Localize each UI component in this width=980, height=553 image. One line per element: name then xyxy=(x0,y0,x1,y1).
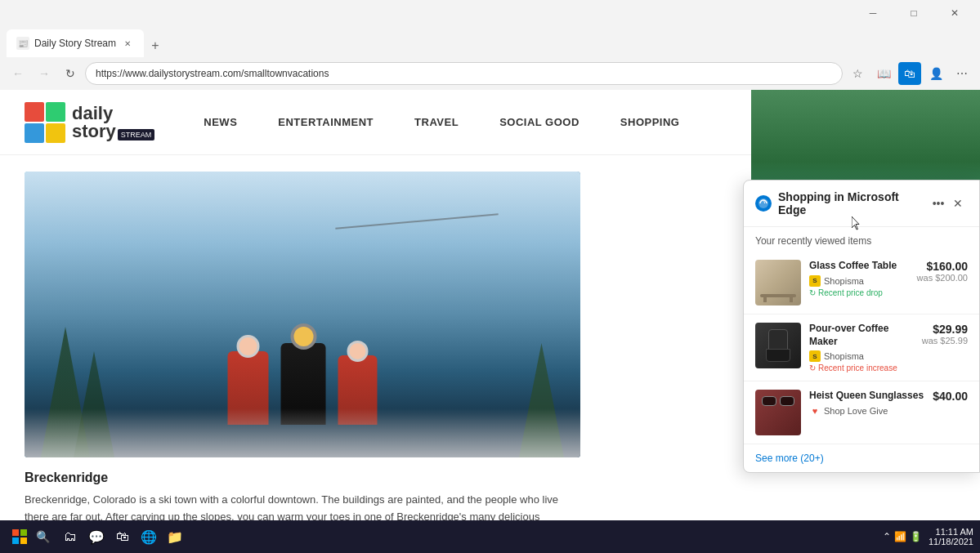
taskbar-store-icon[interactable]: 🛍 xyxy=(111,525,134,548)
browser-tab[interactable]: 📰 Daily Story Stream ✕ xyxy=(7,29,144,57)
svg-rect-1 xyxy=(12,529,19,536)
product-info-1: Glass Coffee Table S Shopisma ↻ Recent p… xyxy=(809,260,909,297)
price-current-3: $40.00 xyxy=(933,390,968,403)
wifi-icon[interactable]: 📶 xyxy=(894,531,906,542)
svg-rect-3 xyxy=(12,537,19,544)
product-store-1: S Shopisma xyxy=(809,275,909,287)
taskbar-date-display: 11/18/2021 xyxy=(929,537,973,546)
minimize-button[interactable]: ─ xyxy=(854,0,892,26)
logo-stream: STREAM xyxy=(118,129,155,140)
forward-button[interactable]: → xyxy=(33,62,56,85)
start-button[interactable] xyxy=(7,524,33,550)
address-input[interactable]: https://www.dailystorystream.com/smallto… xyxy=(85,62,843,85)
read-mode-icon[interactable]: 📖 xyxy=(872,62,895,85)
shopping-panel: Shopping in Microsoft Edge ••• ✕ Your re… xyxy=(743,180,980,473)
store-name-1: Shopisma xyxy=(824,276,864,286)
profile-icon[interactable]: 👤 xyxy=(924,62,947,85)
battery-icon[interactable]: 🔋 xyxy=(910,531,922,542)
maximize-button[interactable]: □ xyxy=(895,0,933,26)
logo-cell-blue xyxy=(25,123,44,143)
edge-icon xyxy=(755,195,772,212)
panel-subtitle: Your recently viewed items xyxy=(744,227,979,252)
product-price-3: $40.00 xyxy=(933,390,968,403)
product-name-3: Heist Queen Sunglasses xyxy=(809,390,924,403)
price-increase-text-2: Recent price increase xyxy=(818,363,897,372)
logo-story: story xyxy=(72,123,116,140)
taskbar-icons-group: 🗂 💬 🛍 🌐 📁 xyxy=(59,525,186,548)
tab-close-button[interactable]: ✕ xyxy=(121,37,134,50)
taskbar-edge-icon[interactable]: 🌐 xyxy=(137,525,160,548)
panel-close-button[interactable]: ✕ xyxy=(948,194,968,213)
product-store-2: S Shopisma xyxy=(809,350,914,362)
price-increase-2: ↻ Recent price increase xyxy=(809,363,914,372)
taskbar-files-icon[interactable]: 🗂 xyxy=(59,525,82,548)
product-thumb-1 xyxy=(755,260,801,305)
taskbar-time-display: 11:11 AM xyxy=(929,527,973,537)
product-price-1: $160.00 was $200.00 xyxy=(917,260,968,283)
tab-favicon: 📰 xyxy=(16,37,29,50)
favorites-icon[interactable]: ☆ xyxy=(846,62,869,85)
taskbar-search-button[interactable]: 🔍 xyxy=(33,527,52,546)
new-tab-button[interactable]: + xyxy=(144,34,167,57)
back-button[interactable]: ← xyxy=(7,62,29,85)
product-name-1: Glass Coffee Table xyxy=(809,260,909,273)
store-icon-3: ♥ xyxy=(809,405,821,417)
product-thumb-2 xyxy=(755,323,801,368)
taskbar-mail-icon[interactable]: 💬 xyxy=(85,525,108,548)
product-name-2: Pour-over Coffee Maker xyxy=(809,323,914,348)
caret-up-icon[interactable]: ⌃ xyxy=(883,531,891,542)
product-thumb-3 xyxy=(755,390,801,435)
svg-rect-2 xyxy=(20,529,27,536)
store-name-2: Shopisma xyxy=(824,351,864,361)
webpage: daily story STREAM NEWS ENTERTAINMENT TR… xyxy=(0,90,980,520)
price-drop-1: ↻ Recent price drop xyxy=(809,288,909,297)
article-image xyxy=(25,172,580,457)
price-drop-icon-1: ↻ xyxy=(809,288,816,297)
nav-entertainment[interactable]: ENTERTAINMENT xyxy=(278,116,374,128)
nav-travel[interactable]: TRAVEL xyxy=(414,116,459,128)
nav-social-good[interactable]: SOCIAL GOOD xyxy=(499,116,579,128)
store-icon-1: S xyxy=(809,275,821,287)
address-bar-actions: ☆ 📖 🛍 👤 ⋯ xyxy=(846,62,973,85)
product-item-2[interactable]: Pour-over Coffee Maker S Shopisma ↻ Rece… xyxy=(744,314,979,381)
logo-daily: daily xyxy=(72,105,154,123)
product-price-2: $29.99 was $25.99 xyxy=(922,323,968,346)
taskbar-right: ⌃ 📶 🔋 11:11 AM 11/18/2021 xyxy=(883,527,973,546)
taskbar-explorer-icon[interactable]: 📁 xyxy=(163,525,186,548)
store-name-3: Shop Love Give xyxy=(824,406,888,416)
product-info-3: Heist Queen Sunglasses ♥ Shop Love Give xyxy=(809,390,924,418)
logo-cell-yellow xyxy=(46,123,65,143)
logo-cell-red xyxy=(25,102,44,122)
logo-text: daily story STREAM xyxy=(72,105,154,140)
price-drop-text-1: Recent price drop xyxy=(818,288,883,297)
logo[interactable]: daily story STREAM xyxy=(25,102,154,143)
title-bar: ─ □ ✕ xyxy=(0,0,980,26)
panel-header: Shopping in Microsoft Edge ••• ✕ xyxy=(744,181,979,227)
price-current-1: $160.00 xyxy=(917,260,968,273)
product-item-1[interactable]: Glass Coffee Table S Shopisma ↻ Recent p… xyxy=(744,252,979,314)
nav-shopping[interactable]: SHOPPING xyxy=(620,116,680,128)
price-increase-icon-2: ↻ xyxy=(809,363,816,372)
nav-news[interactable]: NEWS xyxy=(204,116,237,128)
window-controls[interactable]: ─ □ ✕ xyxy=(854,0,973,26)
edge-shopping-toolbar-icon[interactable]: 🛍 xyxy=(898,62,921,85)
tab-bar: 📰 Daily Story Stream ✕ + xyxy=(0,26,980,57)
logo-grid xyxy=(25,102,65,143)
taskbar-sys-icons: ⌃ 📶 🔋 xyxy=(883,531,922,542)
panel-more-button[interactable]: ••• xyxy=(929,194,948,213)
taskbar-clock[interactable]: 11:11 AM 11/18/2021 xyxy=(929,527,973,546)
svg-rect-4 xyxy=(20,537,27,544)
address-bar: ← → ↻ https://www.dailystorystream.com/s… xyxy=(0,57,980,90)
see-more-link[interactable]: See more (20+) xyxy=(744,444,979,472)
close-button[interactable]: ✕ xyxy=(936,0,973,26)
product-store-3: ♥ Shop Love Give xyxy=(809,405,924,417)
tab-title: Daily Story Stream xyxy=(34,38,116,49)
refresh-button[interactable]: ↻ xyxy=(59,62,82,85)
price-was-1: was $200.00 xyxy=(917,273,968,283)
address-text: https://www.dailystorystream.com/smallto… xyxy=(96,68,329,79)
article-body: Breckenridge, Colorado is a ski town wit… xyxy=(25,492,580,520)
product-item-3[interactable]: Heist Queen Sunglasses ♥ Shop Love Give … xyxy=(744,381,979,444)
logo-cell-green xyxy=(46,102,65,122)
settings-icon[interactable]: ⋯ xyxy=(951,62,973,85)
store-icon-2: S xyxy=(809,350,821,362)
